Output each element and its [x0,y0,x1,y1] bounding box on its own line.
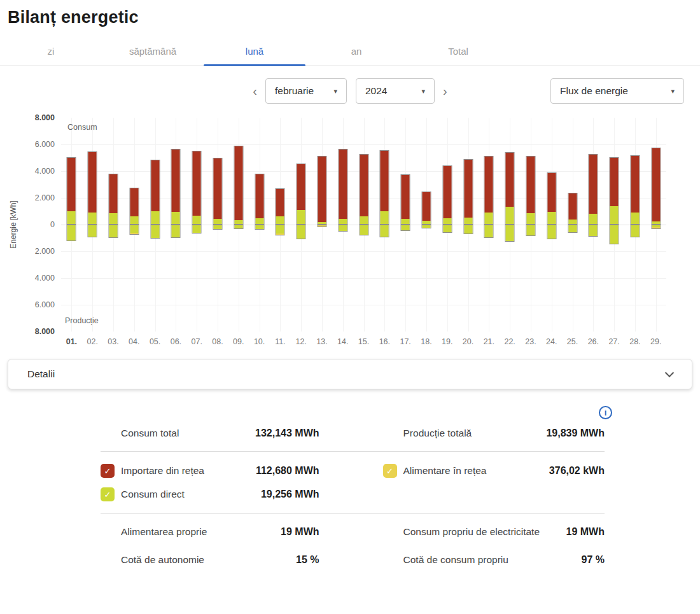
bar-day-23[interactable] [521,118,542,331]
consumption-bar[interactable] [589,154,598,225]
consumption-bar[interactable] [401,174,410,225]
next-month-button[interactable]: › [435,84,456,99]
consumption-bar[interactable] [380,150,389,225]
bar-day-18[interactable] [416,118,437,331]
production-bar[interactable] [442,225,452,233]
bar-day-07[interactable] [186,118,207,331]
production-bar[interactable] [380,225,389,237]
consumption-bar[interactable] [171,149,181,225]
production-bar[interactable] [276,225,285,235]
production-bar[interactable] [255,225,264,230]
consumption-bar[interactable] [192,151,202,225]
bar-day-14[interactable] [332,118,353,331]
production-bar[interactable] [484,225,494,238]
tab-an[interactable]: an [305,39,407,65]
bar-day-10[interactable] [249,118,270,331]
production-bar[interactable] [526,225,535,236]
direct-consumption-checkbox[interactable]: ✓ [101,487,115,501]
bar-day-13[interactable] [312,118,333,331]
production-bar[interactable] [630,225,640,237]
production-bar[interactable] [401,225,410,231]
bar-day-02[interactable] [82,118,103,331]
consumption-bar[interactable] [421,192,431,225]
bar-day-17[interactable] [395,118,416,331]
consumption-bar[interactable] [255,174,264,225]
consumption-bar[interactable] [505,152,515,225]
tab-Total[interactable]: Total [407,39,509,65]
production-bar[interactable] [129,225,139,235]
bar-day-20[interactable] [458,118,479,331]
consumption-bar[interactable] [630,155,640,225]
consumption-bar[interactable] [359,154,368,225]
previous-month-button[interactable]: ‹ [244,84,265,99]
production-bar[interactable] [317,225,326,227]
bar-day-11[interactable] [270,118,291,331]
bar-day-08[interactable] [207,118,228,331]
consumption-bar[interactable] [484,156,494,225]
production-bar[interactable] [213,225,222,230]
details-expander[interactable]: Detalii [8,359,692,389]
consumption-bar[interactable] [88,151,97,225]
consumption-bar[interactable] [67,157,76,225]
production-bar[interactable] [463,225,473,234]
production-bar[interactable] [338,225,347,232]
production-bar[interactable] [359,225,368,235]
consumption-bar[interactable] [547,172,556,225]
info-icon[interactable]: i [599,406,612,419]
production-bar[interactable] [297,225,306,239]
bar-day-19[interactable] [437,118,458,331]
consumption-bar[interactable] [568,193,577,225]
bar-day-26[interactable] [583,118,604,331]
energy-flow-select[interactable]: Flux de energie ▾ [550,78,684,104]
production-bar[interactable] [568,225,577,233]
bar-day-27[interactable] [604,118,625,331]
consumption-bar[interactable] [463,159,473,225]
production-bar[interactable] [421,225,431,228]
bar-day-09[interactable] [228,118,249,331]
production-bar[interactable] [88,225,97,237]
production-bar[interactable] [171,225,181,238]
consumption-bar[interactable] [234,146,243,225]
bar-day-15[interactable] [353,118,374,331]
bar-day-03[interactable] [103,118,124,331]
tab-luna[interactable]: lună [204,39,305,65]
consumption-bar[interactable] [610,157,619,225]
consumption-bar[interactable] [338,149,347,225]
year-select[interactable]: 2024 ▾ [356,78,435,104]
bar-day-16[interactable] [374,118,395,331]
bar-day-29[interactable] [645,118,666,331]
production-bar[interactable] [610,225,619,244]
production-bar[interactable] [108,225,118,238]
feedin-checkbox[interactable]: ✓ [383,464,397,478]
bar-day-06[interactable] [165,118,186,331]
bar-day-12[interactable] [291,118,312,331]
consumption-bar[interactable] [317,156,326,225]
tab-zi[interactable]: zi [0,39,102,65]
consumption-bar[interactable] [526,156,535,225]
import-checkbox[interactable]: ✓ [101,464,115,478]
consumption-bar[interactable] [651,148,661,225]
production-bar[interactable] [651,225,661,229]
consumption-bar[interactable] [108,174,118,225]
consumption-bar[interactable] [213,158,222,225]
bar-day-05[interactable] [144,118,165,331]
bar-day-24[interactable] [541,118,562,331]
month-select[interactable]: februarie ▾ [265,78,347,104]
production-bar[interactable] [67,225,76,241]
bar-day-01[interactable] [61,118,82,331]
bar-day-28[interactable] [625,118,646,331]
bar-day-25[interactable] [562,118,583,331]
consumption-bar[interactable] [129,188,139,225]
consumption-bar[interactable] [442,165,452,225]
production-bar[interactable] [589,225,598,237]
production-bar[interactable] [150,225,160,239]
production-bar[interactable] [234,225,243,229]
production-bar[interactable] [547,225,556,239]
bar-day-04[interactable] [123,118,144,331]
consumption-bar[interactable] [276,188,285,225]
production-bar[interactable] [192,225,202,234]
bar-day-21[interactable] [479,118,500,331]
tab-saptamana[interactable]: săptămână [102,39,204,65]
production-bar[interactable] [505,225,515,242]
bar-day-22[interactable] [500,118,521,331]
